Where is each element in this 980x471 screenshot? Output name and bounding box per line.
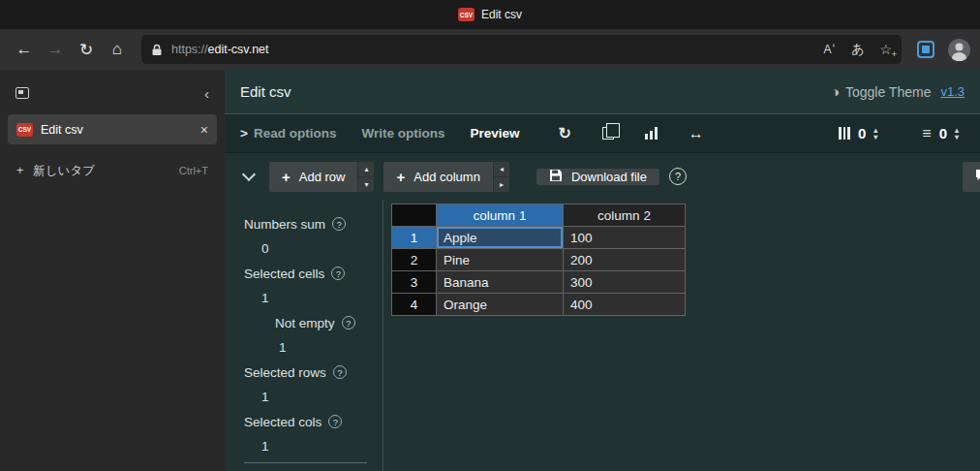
csv-favicon: CSV bbox=[16, 123, 33, 137]
browser-extension-icon[interactable] bbox=[917, 41, 934, 58]
table-cell[interactable]: 200 bbox=[564, 249, 686, 271]
table-cell[interactable]: 300 bbox=[564, 271, 686, 294]
hide-comments-button[interactable]: Hid bbox=[963, 162, 980, 192]
write-options-menu[interactable]: Write options bbox=[361, 126, 444, 141]
vertical-tabs-sidebar: ‹ CSV Edit csv × + 新しいタブ Ctrl+T bbox=[0, 70, 225, 471]
copy-icon[interactable] bbox=[602, 127, 614, 140]
plus-icon: + bbox=[16, 164, 23, 177]
stat-selected-cells: Selected cells bbox=[244, 261, 377, 286]
table-actions-toolbar: + Add row ▴▾ + Add column ◂▸ bbox=[225, 153, 980, 200]
add-favorite-icon[interactable]: ☆+ bbox=[879, 42, 892, 57]
columns-stepper-icon[interactable]: ▴▾ bbox=[873, 127, 877, 141]
address-bar-icons: Aʻ あ ☆+ bbox=[823, 41, 892, 58]
address-bar[interactable]: https://edit-csv.net Aʻ あ ☆+ bbox=[141, 35, 902, 64]
page-title: Edit csv bbox=[240, 83, 291, 100]
vertical-tab-edit-csv[interactable]: CSV Edit csv × bbox=[8, 114, 217, 144]
options-menubar: > Read options Write options Preview ↻ ↔ bbox=[225, 114, 980, 153]
stats-divider bbox=[244, 462, 367, 463]
refresh-table-icon[interactable]: ↻ bbox=[558, 124, 570, 142]
swap-arrows-icon[interactable]: ↔ bbox=[689, 125, 704, 142]
stats-panel: Numbers sum 0 Selected cells 1 Not empty… bbox=[225, 200, 383, 471]
fixed-columns-control[interactable]: 0 ▴▾ bbox=[839, 125, 877, 141]
csv-favicon: CSV bbox=[458, 8, 475, 21]
back-icon[interactable]: ← bbox=[10, 35, 39, 64]
column-header-2[interactable]: column 2 bbox=[564, 204, 686, 227]
table-cell[interactable]: Pine bbox=[437, 249, 564, 271]
table-cell[interactable]: 400 bbox=[564, 294, 686, 316]
version-link[interactable]: v1.3 bbox=[940, 84, 965, 99]
table-row: 4 Orange 400 bbox=[392, 294, 686, 316]
row-number[interactable]: 2 bbox=[392, 249, 437, 271]
forward-icon[interactable]: → bbox=[41, 35, 70, 64]
download-file-button[interactable]: Download file bbox=[536, 169, 659, 185]
csv-table: column 1 column 2 1 Apple 100 2 Pine 200 bbox=[391, 204, 686, 316]
rows-stepper-icon[interactable]: ▴▾ bbox=[955, 127, 959, 141]
stat-selected-cols: Selected cols bbox=[244, 409, 377, 434]
bar-chart-icon[interactable] bbox=[645, 127, 658, 140]
table-corner-cell[interactable] bbox=[392, 204, 437, 227]
table-cell[interactable]: Banana bbox=[437, 271, 564, 294]
stat-selected-rows: Selected rows bbox=[244, 360, 377, 385]
table-cell[interactable]: 100 bbox=[564, 227, 686, 249]
column-header-1[interactable]: column 1 bbox=[437, 204, 564, 227]
add-column-button[interactable]: + Add column bbox=[383, 162, 492, 192]
stat-numbers-sum: Numbers sum bbox=[244, 211, 377, 236]
collapse-options-icon[interactable] bbox=[242, 168, 256, 181]
reload-icon[interactable]: ↻ bbox=[72, 35, 101, 64]
window-title: Edit csv bbox=[481, 8, 522, 21]
help-icon[interactable] bbox=[333, 365, 347, 379]
table-cell[interactable]: Apple bbox=[437, 227, 564, 249]
close-tab-icon[interactable]: × bbox=[200, 122, 208, 138]
tab-label: Edit csv bbox=[41, 123, 83, 137]
plus-icon: + bbox=[396, 169, 405, 185]
toggle-theme-button[interactable]: ◑ Toggle Theme bbox=[831, 83, 932, 100]
site-lock-icon[interactable] bbox=[151, 44, 163, 56]
stat-numbers-sum-value: 0 bbox=[244, 236, 377, 261]
help-icon[interactable] bbox=[328, 415, 342, 428]
stat-selected-cols-value: 1 bbox=[244, 434, 377, 458]
theme-icon: ◑ bbox=[831, 83, 840, 100]
profile-avatar[interactable] bbox=[948, 39, 970, 61]
read-options-menu[interactable]: > Read options bbox=[240, 126, 336, 141]
translate-icon[interactable]: あ bbox=[851, 41, 864, 58]
help-icon[interactable] bbox=[332, 217, 346, 231]
tab-actions-icon[interactable] bbox=[15, 87, 29, 99]
page-content: Edit csv ◑ Toggle Theme v1.3 > Read opti… bbox=[225, 70, 980, 471]
stat-selected-rows-value: 1 bbox=[244, 385, 377, 409]
help-icon[interactable] bbox=[331, 267, 345, 280]
fixed-rows-control[interactable]: ≡ 0 ▴▾ bbox=[922, 125, 959, 142]
table-row: 2 Pine 200 bbox=[392, 249, 686, 271]
plus-icon: + bbox=[282, 169, 291, 185]
browser-toolbar: ← → ↻ ⌂ https://edit-csv.net Aʻ あ ☆+ bbox=[0, 29, 980, 70]
add-row-button[interactable]: + Add row bbox=[269, 162, 357, 192]
table-cell[interactable]: Orange bbox=[437, 294, 564, 316]
help-icon[interactable] bbox=[342, 316, 355, 330]
fixed-columns-value: 0 bbox=[858, 125, 866, 141]
stat-not-empty: Not empty bbox=[244, 310, 377, 335]
columns-icon bbox=[839, 127, 850, 140]
row-number[interactable]: 1 bbox=[392, 227, 437, 249]
url-text: https://edit-csv.net bbox=[171, 43, 269, 56]
download-help-icon[interactable]: ? bbox=[669, 168, 687, 185]
fixed-rows-value: 0 bbox=[939, 125, 947, 141]
sidebar-header: ‹ bbox=[0, 78, 225, 109]
page-header: Edit csv ◑ Toggle Theme v1.3 bbox=[225, 70, 980, 114]
save-icon bbox=[549, 169, 563, 185]
add-column-stepper[interactable]: ◂▸ bbox=[493, 162, 509, 192]
comment-icon bbox=[975, 169, 980, 184]
browser-titlebar: CSV Edit csv bbox=[0, 0, 980, 29]
preview-menu[interactable]: Preview bbox=[470, 126, 519, 141]
row-number[interactable]: 4 bbox=[392, 294, 437, 316]
add-row-stepper[interactable]: ▴▾ bbox=[357, 162, 374, 192]
table-row: 3 Banana 300 bbox=[392, 271, 686, 294]
collapse-sidebar-icon[interactable]: ‹ bbox=[204, 85, 209, 102]
browser-window: CSV Edit csv ← → ↻ ⌂ https://edit-csv.ne… bbox=[0, 0, 980, 471]
home-icon[interactable]: ⌂ bbox=[103, 35, 132, 64]
read-aloud-icon[interactable]: Aʻ bbox=[823, 43, 836, 56]
new-tab-shortcut: Ctrl+T bbox=[179, 165, 208, 176]
csv-table-area: column 1 column 2 1 Apple 100 2 Pine 200 bbox=[383, 200, 686, 471]
new-tab-button[interactable]: + 新しいタブ Ctrl+T bbox=[8, 156, 217, 185]
row-number[interactable]: 3 bbox=[392, 271, 437, 294]
table-row: 1 Apple 100 bbox=[392, 227, 686, 249]
rows-icon: ≡ bbox=[922, 125, 931, 142]
